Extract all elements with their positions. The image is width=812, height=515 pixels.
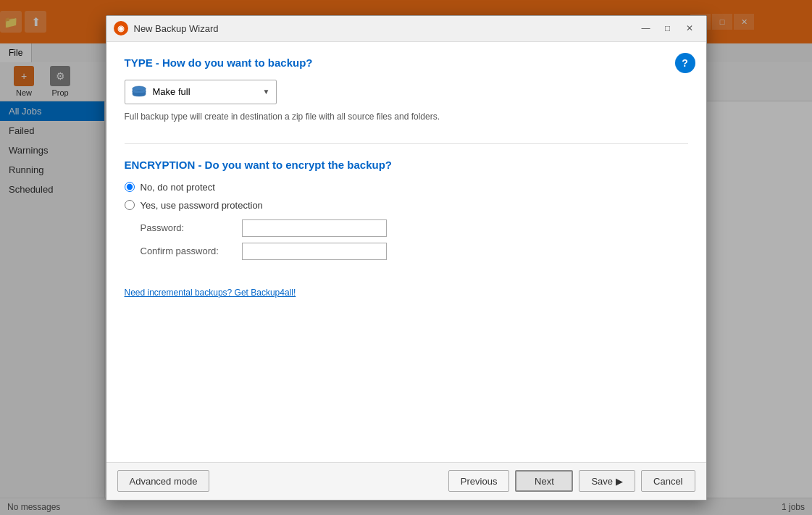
password-fields: Password: Confirm password: xyxy=(141,219,688,260)
yes-protect-label: Yes, use password protection xyxy=(141,200,263,211)
password-label: Password: xyxy=(141,222,242,233)
dialog-titlebar: ◉ New Backup Wizard — □ ✕ xyxy=(106,16,706,42)
dialog-controls: — □ ✕ xyxy=(637,21,699,35)
section-divider xyxy=(125,143,688,144)
footer-right: Previous Next Save ▶ Cancel xyxy=(448,470,695,492)
backup-type-label: Make full xyxy=(153,86,263,97)
dialog-footer: Advanced mode Previous Next Save ▶ Cance… xyxy=(106,462,706,500)
footer-left: Advanced mode xyxy=(117,470,448,492)
svg-point-0 xyxy=(133,86,146,91)
backup-type-description: Full backup type will create in destinat… xyxy=(125,112,688,122)
next-button[interactable]: Next xyxy=(515,470,573,492)
previous-button[interactable]: Previous xyxy=(448,470,510,492)
type-section-title: TYPE - How do you want to backup? xyxy=(125,56,688,69)
confirm-password-row: Confirm password: xyxy=(141,243,688,260)
dialog-body: ? TYPE - How do you want to backup? Make… xyxy=(106,42,706,462)
yes-protect-radio[interactable] xyxy=(125,200,135,210)
password-input[interactable] xyxy=(242,219,387,237)
dialog-close-btn[interactable]: ✕ xyxy=(680,21,699,35)
no-protect-label: No, do not protect xyxy=(141,182,215,193)
dialog-app-icon: ◉ xyxy=(114,21,128,35)
encryption-section-title: ENCRYPTION - Do you want to encrypt the … xyxy=(125,159,688,171)
disk-stack-icon xyxy=(131,84,147,100)
incremental-link[interactable]: Need incremental backups? Get Backup4all… xyxy=(125,288,296,298)
yes-protect-option[interactable]: Yes, use password protection xyxy=(125,200,688,211)
dropdown-arrow-icon: ▼ xyxy=(263,88,270,96)
dialog-title: New Backup Wizard xyxy=(134,23,637,34)
no-protect-option[interactable]: No, do not protect xyxy=(125,182,688,193)
dialog-maximize-btn[interactable]: □ xyxy=(658,21,677,35)
help-button[interactable]: ? xyxy=(675,53,695,73)
wizard-dialog: ◉ New Backup Wizard — □ ✕ ? TYPE - How d… xyxy=(106,15,707,501)
backup-type-dropdown[interactable]: Make full ▼ xyxy=(125,80,277,104)
dialog-overlay: ◉ New Backup Wizard — □ ✕ ? TYPE - How d… xyxy=(0,0,812,515)
dialog-minimize-btn[interactable]: — xyxy=(637,21,656,35)
confirm-password-label: Confirm password: xyxy=(141,246,242,256)
password-row: Password: xyxy=(141,219,688,237)
cancel-button[interactable]: Cancel xyxy=(641,470,695,492)
advanced-mode-button[interactable]: Advanced mode xyxy=(117,470,210,492)
encryption-options: No, do not protect Yes, use password pro… xyxy=(125,182,688,211)
save-button[interactable]: Save ▶ xyxy=(579,470,635,492)
confirm-password-input[interactable] xyxy=(242,243,387,260)
no-protect-radio[interactable] xyxy=(125,182,135,192)
